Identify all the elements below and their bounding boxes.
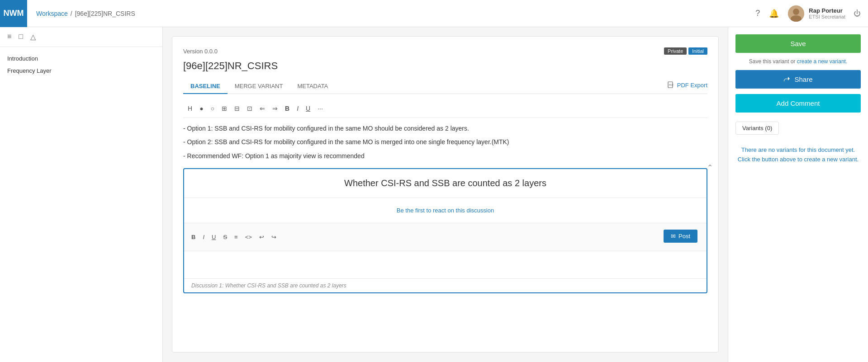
- list-icon[interactable]: ≡: [7, 33, 11, 41]
- pdf-icon: PDF: [667, 81, 674, 89]
- variants-tab[interactable]: Variants (0): [735, 122, 779, 135]
- create-new-variant-link[interactable]: create a new variant.: [797, 58, 847, 65]
- post-area[interactable]: [184, 251, 707, 278]
- doc-version: Version 0.0.0: [183, 48, 218, 55]
- share-label: Share: [794, 75, 812, 83]
- variants-empty-message: There are no variants for this document …: [735, 146, 861, 165]
- notification-icon[interactable]: 🔔: [769, 9, 779, 19]
- toolbar-image[interactable]: ⊟: [232, 103, 242, 114]
- user-info: Rap Porteur ETSI Secretariat: [809, 7, 845, 19]
- power-icon[interactable]: ⏻: [854, 9, 861, 18]
- breadcrumb-separator: /: [71, 10, 72, 17]
- post-icon: ✉: [671, 233, 676, 240]
- discussion-box: Whether CSI-RS and SSB are counted as 2 …: [183, 168, 707, 293]
- content-area: Version 0.0.0 Private Initial [96e][225]…: [163, 27, 728, 362]
- breadcrumb-workspace[interactable]: Workspace: [36, 10, 68, 17]
- alert-icon[interactable]: △: [30, 33, 36, 41]
- user-area: Rap Porteur ETSI Secretariat ⏻: [788, 5, 861, 22]
- share-icon: [783, 76, 791, 83]
- tabs-row: BASELINE MERGE VARIANT METADATA PDF PDF …: [183, 79, 707, 94]
- content-line-1: - Option 1: SSB and CSI-RS for mobility …: [183, 123, 707, 133]
- editor-toolbar: H ● ○ ⊞ ⊟ ⊡ ⇐ ⇒ B I U ···: [183, 99, 707, 118]
- content-line-3: - Recommended WF: Option 1 as majority v…: [183, 151, 707, 161]
- user-name: Rap Porteur: [809, 7, 845, 14]
- breadcrumb: Workspace / [96e][225]NR_CSIRS: [36, 10, 135, 17]
- toolbar-comment[interactable]: ⊡: [244, 103, 255, 114]
- svg-point-1: [793, 9, 799, 15]
- disc-strike[interactable]: S: [221, 233, 229, 241]
- post-label: Post: [678, 233, 690, 240]
- document-card: Version 0.0.0 Private Initial [96e][225]…: [172, 36, 719, 353]
- user-role: ETSI Secretariat: [809, 14, 845, 19]
- save-button[interactable]: Save: [735, 34, 861, 53]
- sidebar-icons: ≡ □ △: [0, 27, 162, 47]
- toolbar-bold[interactable]: B: [282, 103, 292, 114]
- toolbar-table[interactable]: ⊞: [219, 103, 230, 114]
- doc-header: Version 0.0.0 Private Initial: [183, 47, 707, 55]
- badge-initial: Initial: [688, 47, 707, 55]
- top-navigation: NWM Workspace / [96e][225]NR_CSIRS ? 🔔 R…: [0, 0, 868, 27]
- discussion-footer: Discussion 1: Whether CSI-RS and SSB are…: [184, 278, 707, 292]
- right-panel: Save Save this variant or create a new v…: [728, 27, 868, 362]
- content-line-2: - Option 2: SSB and CSI-RS for mobility …: [183, 137, 707, 147]
- tab-baseline[interactable]: BASELINE: [183, 79, 228, 94]
- toolbar-italic[interactable]: I: [294, 103, 301, 114]
- share-button[interactable]: Share: [735, 70, 861, 89]
- disc-redo[interactable]: ↪: [270, 233, 278, 241]
- post-button[interactable]: ✉ Post: [664, 230, 697, 243]
- sidebar-nav: Introduction Frequency Layer: [0, 47, 162, 82]
- discussion-react-text[interactable]: Be the first to react on this discussion: [184, 198, 707, 223]
- discussion-editor: B I U S ≡ <> ↩ ↪ ✉ Post: [184, 223, 707, 278]
- doc-badges: Private Initial: [664, 47, 707, 55]
- discussion-title: Whether CSI-RS and SSB are counted as 2 …: [184, 169, 707, 198]
- pdf-export-button[interactable]: PDF Export: [677, 82, 707, 89]
- main-container: ≡ □ △ Introduction Frequency Layer Versi…: [0, 27, 868, 362]
- doc-content: - Option 1: SSB and CSI-RS for mobility …: [183, 123, 707, 161]
- toolbar-indent-left[interactable]: ⇐: [257, 103, 268, 114]
- sidebar-item-introduction[interactable]: Introduction: [7, 52, 155, 65]
- tab-metadata[interactable]: METADATA: [290, 79, 335, 94]
- app-logo: NWM: [0, 0, 27, 27]
- doc-title: [96e][225]NR_CSIRS: [183, 60, 707, 72]
- toolbar-bullet-list[interactable]: ●: [197, 103, 206, 114]
- svg-text:PDF: PDF: [669, 84, 674, 86]
- disc-code[interactable]: <>: [243, 233, 254, 241]
- collapse-icon[interactable]: ⌃: [707, 163, 713, 172]
- disc-underline[interactable]: U: [210, 233, 218, 241]
- nav-right: ? 🔔 Rap Porteur ETSI Secretariat ⏻: [755, 5, 861, 22]
- toolbar-indent-right[interactable]: ⇒: [270, 103, 280, 114]
- avatar: [788, 5, 804, 22]
- variants-section: Variants (0) There are no variants for t…: [735, 122, 861, 165]
- save-hint-text: Save this variant or: [749, 58, 796, 65]
- toolbar-heading[interactable]: H: [185, 103, 195, 114]
- disc-bold[interactable]: B: [190, 233, 197, 241]
- comment-icon[interactable]: □: [19, 33, 23, 41]
- disc-undo[interactable]: ↩: [257, 233, 266, 241]
- toolbar-underline[interactable]: U: [303, 103, 313, 114]
- toolbar-more[interactable]: ···: [315, 103, 326, 114]
- add-comment-button[interactable]: Add Comment: [735, 94, 861, 113]
- badge-private: Private: [664, 47, 687, 55]
- discussion-editor-toolbar: B I U S ≡ <> ↩ ↪ ✉ Post: [184, 223, 707, 251]
- left-sidebar: ≡ □ △ Introduction Frequency Layer: [0, 27, 163, 362]
- tab-merge-variant[interactable]: MERGE VARIANT: [228, 79, 290, 94]
- save-hint: Save this variant or create a new varian…: [735, 58, 861, 65]
- toolbar-numbered-list[interactable]: ○: [208, 103, 217, 114]
- help-icon[interactable]: ?: [755, 9, 760, 18]
- sidebar-item-frequency-layer[interactable]: Frequency Layer: [7, 65, 155, 77]
- disc-list[interactable]: ≡: [232, 233, 240, 241]
- breadcrumb-doc: [96e][225]NR_CSIRS: [75, 10, 135, 17]
- disc-italic[interactable]: I: [201, 233, 206, 241]
